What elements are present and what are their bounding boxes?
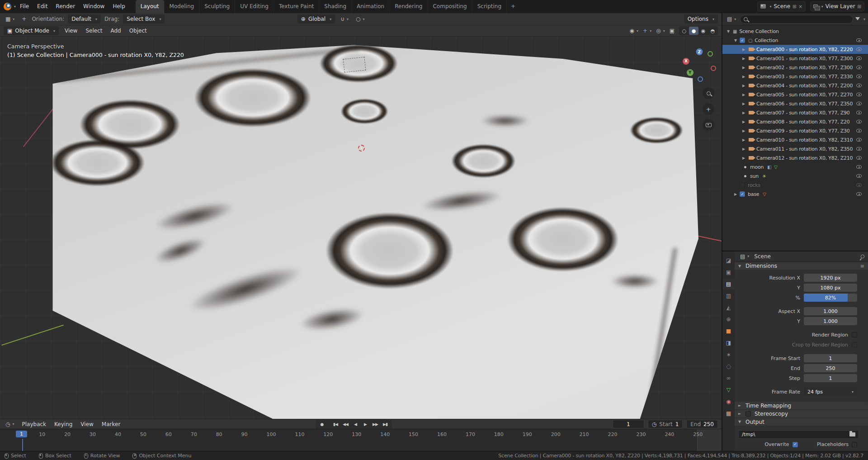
- workspace-tab[interactable]: Compositing: [428, 0, 472, 13]
- tweak-tool-icon[interactable]: +: [20, 15, 28, 23]
- visibility-eye-icon[interactable]: [856, 111, 862, 114]
- delete-scene-icon[interactable]: ×: [798, 4, 802, 9]
- jump-to-end-button[interactable]: ▶▮: [381, 420, 390, 428]
- stereoscopy-checkbox[interactable]: [745, 411, 751, 417]
- overwrite-checkbox[interactable]: [793, 442, 798, 447]
- properties-editor-button[interactable]: ▤ ▾: [738, 252, 751, 261]
- topbar-menu-item[interactable]: File: [16, 1, 33, 11]
- frame-start-input[interactable]: ◷ Start 1: [648, 420, 683, 428]
- orientation-dropdown[interactable]: Default ▾: [68, 14, 101, 24]
- tab-physics[interactable]: ◌: [722, 361, 735, 372]
- workspace-tab[interactable]: Texture Paint: [274, 0, 319, 13]
- visibility-eye-icon[interactable]: [856, 120, 862, 123]
- tab-constraints[interactable]: ∞: [722, 373, 735, 384]
- add-workspace-button[interactable]: +: [507, 3, 519, 9]
- zoom-button[interactable]: [703, 87, 714, 99]
- outliner-camera-row[interactable]: ▶ Camera009 - sun rotation X0, Y77, Z30: [722, 126, 868, 135]
- rocks-checkbox[interactable]: [740, 182, 745, 188]
- topbar-menu-item[interactable]: Window: [79, 1, 108, 11]
- disclosure-caret-icon[interactable]: ▶: [742, 75, 748, 79]
- outliner-camera-row[interactable]: ▶ Camera010 - sun rotation X0, Y82, Z310: [722, 135, 868, 144]
- viewport-menu-item[interactable]: Object: [125, 26, 151, 36]
- drag-dropdown[interactable]: Select Box ▾: [123, 14, 165, 24]
- visibility-eye-icon[interactable]: [856, 75, 862, 78]
- gizmo-y-neg-axis[interactable]: [708, 51, 713, 57]
- timeline-menu-item[interactable]: Marker: [98, 419, 124, 429]
- gizmos-dropdown[interactable]: + ▾: [643, 28, 651, 34]
- gizmo-y-axis[interactable]: Y: [687, 69, 693, 76]
- workspace-tab[interactable]: Modeling: [165, 0, 200, 13]
- visibility-eye-icon[interactable]: [856, 147, 862, 151]
- play-button[interactable]: ▶: [361, 420, 370, 428]
- filter-caret-icon[interactable]: ▾: [863, 17, 865, 21]
- tab-output[interactable]: ▤: [722, 279, 735, 289]
- timeline-menu-item[interactable]: Playback: [18, 419, 51, 429]
- visibility-eye-icon[interactable]: [856, 84, 862, 87]
- tab-object-data[interactable]: ▽: [722, 384, 735, 395]
- jump-to-start-button[interactable]: ▮◀: [331, 420, 340, 428]
- new-view-layer-icon[interactable]: ⊞: [858, 4, 861, 9]
- property-input[interactable]: 82% ▾: [804, 294, 857, 302]
- workspace-tab[interactable]: Shading: [319, 0, 352, 13]
- disclosure-caret-icon[interactable]: ▶: [742, 156, 748, 160]
- outliner-row-scene-collection[interactable]: ▼ ▦ Scene Collection: [722, 27, 868, 36]
- gizmo-z-axis[interactable]: Z: [696, 48, 703, 55]
- record-button[interactable]: ●: [317, 420, 326, 428]
- snap-magnet-icon[interactable]: ∪ ▾: [339, 15, 350, 23]
- visibility-eye-icon[interactable]: [856, 138, 862, 142]
- property-checkbox[interactable]: [852, 342, 857, 347]
- current-frame-input[interactable]: 1: [613, 420, 644, 428]
- gizmo-x-axis[interactable]: X: [683, 58, 689, 65]
- outliner-row-collection[interactable]: ▼ ▢ Collection: [722, 36, 868, 45]
- panel-output-header[interactable]: ▼ Output: [735, 418, 868, 426]
- placeholders-checkbox[interactable]: [852, 442, 857, 447]
- gizmo-x-neg-axis[interactable]: [711, 66, 716, 71]
- mode-dropdown[interactable]: ▣ Object Mode ▾: [4, 26, 59, 35]
- topbar-menu-item[interactable]: Edit: [33, 1, 52, 11]
- tab-scene[interactable]: ◭: [722, 302, 735, 313]
- outliner-camera-row[interactable]: ▶ Camera002 - sun rotation X0, Y77, Z300: [722, 63, 868, 72]
- visibility-eye-icon[interactable]: [856, 192, 862, 196]
- disclosure-caret-icon[interactable]: ▶: [742, 102, 748, 106]
- workspace-tab[interactable]: Scripting: [472, 0, 507, 13]
- pin-icon[interactable]: [860, 254, 865, 259]
- outliner-editor-button[interactable]: ▤ ▾: [725, 15, 738, 23]
- property-input[interactable]: 1 ▾: [804, 354, 857, 362]
- object-visibility-dropdown[interactable]: ◉ ▾: [630, 28, 639, 34]
- outliner-row-rocks[interactable]: rocks: [722, 180, 868, 190]
- shading-wireframe-icon[interactable]: ○: [679, 27, 689, 35]
- collection-checkbox[interactable]: [740, 38, 745, 43]
- panel-stereoscopy-header[interactable]: ► Stereoscopy: [735, 410, 868, 417]
- visibility-eye-icon[interactable]: [856, 38, 862, 42]
- tab-texture[interactable]: ▦: [722, 408, 735, 419]
- outliner-camera-row[interactable]: ▶ Camera011 - sun rotation X0, Y82, Z350: [722, 144, 868, 153]
- disclosure-caret-icon[interactable]: ▼: [734, 38, 740, 43]
- timeline-ruler[interactable]: 1020304050607080901001101201301401501601…: [0, 429, 722, 451]
- output-path-field[interactable]: /tmp\: [738, 430, 859, 439]
- frame-end-input[interactable]: End 250: [686, 420, 718, 428]
- visibility-eye-icon[interactable]: [856, 66, 862, 69]
- visibility-eye-icon[interactable]: [856, 156, 862, 160]
- property-checkbox[interactable]: [852, 332, 857, 337]
- outliner-row-base[interactable]: ▶ base ▽: [722, 190, 868, 199]
- view-layer-selector[interactable]: ▾ View Layer ⊞: [810, 1, 864, 11]
- new-scene-icon[interactable]: ⊞: [793, 4, 796, 9]
- visibility-eye-icon[interactable]: [856, 129, 862, 133]
- disclosure-caret-icon[interactable]: ▶: [742, 84, 748, 88]
- disclosure-caret-icon[interactable]: ▼: [727, 29, 732, 33]
- panel-menu-icon[interactable]: ≡: [860, 263, 864, 269]
- disclosure-caret-icon[interactable]: ▶: [742, 66, 748, 70]
- prev-keyframe-button[interactable]: ◀◀: [341, 420, 350, 428]
- next-keyframe-button[interactable]: ▶▶: [371, 420, 380, 428]
- filter-icon[interactable]: [855, 17, 860, 20]
- topbar-menu-item[interactable]: Help: [108, 1, 129, 11]
- timeline-menu-item[interactable]: Keying: [50, 419, 76, 429]
- outliner-camera-row[interactable]: ▶ Camera012 - sun rotation X0, Y82, Z210: [722, 153, 868, 162]
- property-input[interactable]: 250 ▾: [804, 364, 857, 372]
- blender-logo-icon[interactable]: [4, 3, 11, 10]
- disclosure-caret-icon[interactable]: ▶: [742, 147, 748, 151]
- navigation-gizmo[interactable]: Z X Y: [683, 48, 716, 82]
- play-reverse-button[interactable]: ◀: [351, 420, 360, 428]
- tab-modifiers[interactable]: ◨: [722, 337, 735, 348]
- editor-type-button[interactable]: ▦ ▾: [4, 15, 16, 23]
